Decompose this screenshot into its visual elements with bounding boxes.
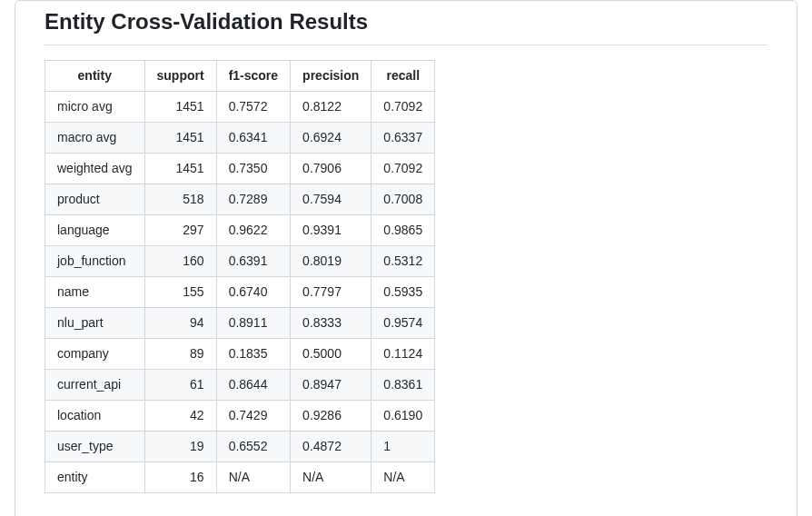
cell-f1: 0.9622 (216, 215, 290, 246)
cell-recall: 0.7008 (371, 184, 435, 215)
cell-precision: 0.8947 (291, 370, 371, 401)
cell-recall: 0.9574 (371, 308, 435, 339)
cell-f1: N/A (216, 462, 290, 493)
cell-precision: 0.7797 (291, 277, 371, 308)
page-title: Entity Cross-Validation Results (45, 8, 767, 45)
cell-recall: 0.8361 (371, 370, 435, 401)
cell-f1: 0.6391 (216, 246, 290, 277)
header-recall: recall (371, 61, 435, 92)
cell-precision: 0.8333 (291, 308, 371, 339)
cell-entity: micro avg (45, 92, 145, 123)
cell-recall: 0.5935 (371, 277, 435, 308)
table-row: name1550.67400.77970.5935 (45, 277, 435, 308)
cell-support: 61 (144, 370, 216, 401)
cell-entity: name (45, 277, 145, 308)
cell-f1: 0.7350 (216, 154, 290, 184)
cell-support: 94 (144, 308, 216, 339)
cell-precision: 0.9391 (291, 215, 371, 246)
cell-f1: 0.8644 (216, 370, 290, 401)
cell-entity: user_type (45, 432, 145, 462)
cell-recall: 0.7092 (371, 92, 435, 123)
header-entity: entity (45, 61, 145, 92)
header-support: support (144, 61, 216, 92)
cell-f1: 0.6552 (216, 432, 290, 462)
cell-entity: job_function (45, 246, 145, 277)
table-row: entity16N/AN/AN/A (45, 462, 435, 493)
cell-entity: location (45, 401, 145, 432)
cell-f1: 0.7572 (216, 92, 290, 123)
cell-support: 297 (144, 215, 216, 246)
cell-f1: 0.1835 (216, 339, 290, 370)
header-precision: precision (291, 61, 371, 92)
results-table: entity support f1-score precision recall… (45, 60, 435, 493)
cell-recall: N/A (371, 462, 435, 493)
cell-f1: 0.7289 (216, 184, 290, 215)
cell-precision: 0.8122 (291, 92, 371, 123)
cell-entity: nlu_part (45, 308, 145, 339)
table-row: location420.74290.92860.6190 (45, 401, 435, 432)
cell-recall: 0.1124 (371, 339, 435, 370)
cell-entity: macro avg (45, 123, 145, 154)
table-row: product5180.72890.75940.7008 (45, 184, 435, 215)
cell-f1: 0.8911 (216, 308, 290, 339)
cell-support: 1451 (144, 92, 216, 123)
table-row: company890.18350.50000.1124 (45, 339, 435, 370)
table-row: current_api610.86440.89470.8361 (45, 370, 435, 401)
cell-entity: current_api (45, 370, 145, 401)
cell-precision: 0.7594 (291, 184, 371, 215)
cell-support: 155 (144, 277, 216, 308)
cell-recall: 0.7092 (371, 154, 435, 184)
cell-precision: N/A (291, 462, 371, 493)
cell-support: 160 (144, 246, 216, 277)
table-header-row: entity support f1-score precision recall (45, 61, 435, 92)
cell-precision: 0.4872 (291, 432, 371, 462)
cell-support: 19 (144, 432, 216, 462)
cell-f1: 0.6341 (216, 123, 290, 154)
cell-recall: 0.6190 (371, 401, 435, 432)
cell-support: 42 (144, 401, 216, 432)
cell-support: 518 (144, 184, 216, 215)
cell-recall: 0.6337 (371, 123, 435, 154)
cell-entity: company (45, 339, 145, 370)
table-row: weighted avg14510.73500.79060.7092 (45, 154, 435, 184)
cell-precision: 0.5000 (291, 339, 371, 370)
card-content: Entity Cross-Validation Results entity s… (15, 1, 797, 516)
cell-entity: language (45, 215, 145, 246)
table-row: job_function1600.63910.80190.5312 (45, 246, 435, 277)
table-row: micro avg14510.75720.81220.7092 (45, 92, 435, 123)
cell-support: 89 (144, 339, 216, 370)
cell-precision: 0.6924 (291, 123, 371, 154)
cell-entity: product (45, 184, 145, 215)
table-row: macro avg14510.63410.69240.6337 (45, 123, 435, 154)
cell-recall: 1 (371, 432, 435, 462)
cell-f1: 0.7429 (216, 401, 290, 432)
cell-entity: entity (45, 462, 145, 493)
cell-precision: 0.9286 (291, 401, 371, 432)
results-card: Entity Cross-Validation Results entity s… (15, 0, 797, 516)
cell-precision: 0.8019 (291, 246, 371, 277)
cell-support: 16 (144, 462, 216, 493)
cell-entity: weighted avg (45, 154, 145, 184)
table-row: user_type190.65520.48721 (45, 432, 435, 462)
cell-recall: 0.5312 (371, 246, 435, 277)
table-row: language2970.96220.93910.9865 (45, 215, 435, 246)
cell-precision: 0.7906 (291, 154, 371, 184)
cell-support: 1451 (144, 154, 216, 184)
cell-recall: 0.9865 (371, 215, 435, 246)
header-f1: f1-score (216, 61, 290, 92)
table-row: nlu_part940.89110.83330.9574 (45, 308, 435, 339)
cell-f1: 0.6740 (216, 277, 290, 308)
cell-support: 1451 (144, 123, 216, 154)
